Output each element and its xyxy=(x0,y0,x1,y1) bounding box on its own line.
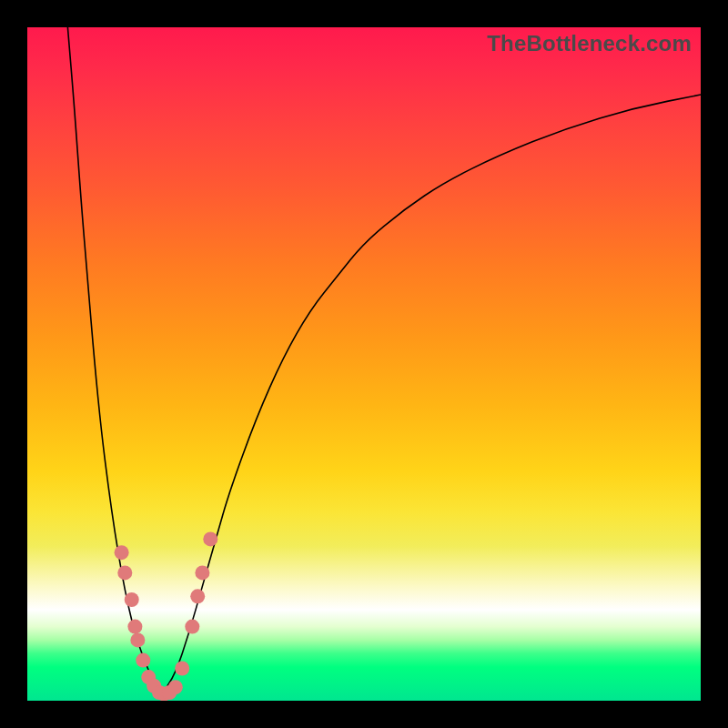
scatter-dot xyxy=(125,592,139,607)
scatter-dot xyxy=(127,620,142,634)
chart-canvas: TheBottleneck.com xyxy=(27,27,701,701)
scatter-dot xyxy=(115,545,129,560)
scatter-dot xyxy=(190,589,205,603)
scatter-dot xyxy=(175,661,189,675)
scatter-dot xyxy=(203,531,217,546)
scatter-dot xyxy=(117,565,132,580)
watermark-label: TheBottleneck.com xyxy=(487,31,692,56)
curve-left-branch xyxy=(67,27,162,694)
curve-right-branch xyxy=(162,95,701,694)
scatter-dot xyxy=(136,653,150,668)
scatter-dot xyxy=(168,680,183,694)
scatter-dots xyxy=(115,531,218,701)
scatter-dot xyxy=(130,632,145,647)
scatter-dot xyxy=(185,620,199,634)
scatter-dot xyxy=(195,565,209,580)
bottleneck-curve-plot xyxy=(27,27,701,701)
